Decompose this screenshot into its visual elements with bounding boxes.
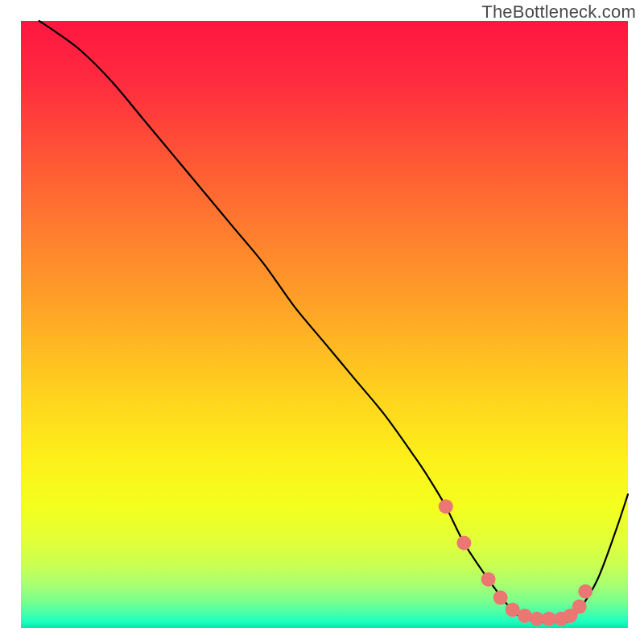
- bottleneck-chart: [0, 0, 644, 644]
- marker-dot: [481, 572, 496, 587]
- marker-dot: [572, 600, 587, 614]
- marker-dot: [439, 499, 453, 514]
- marker-dot: [456, 535, 471, 550]
- marker-dot: [518, 609, 532, 623]
- plot-background: [21, 21, 628, 628]
- marker-dot: [493, 590, 508, 605]
- marker-dot: [578, 584, 592, 599]
- chart-stage: TheBottleneck.com: [0, 0, 644, 644]
- watermark-text: TheBottleneck.com: [481, 2, 636, 23]
